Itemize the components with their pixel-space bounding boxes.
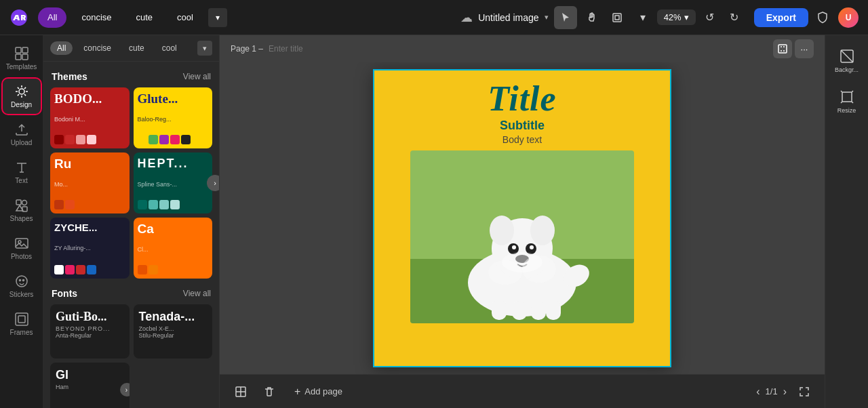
theme-title-zyche: ZYCHE... xyxy=(54,222,125,233)
theme-card-ca[interactable]: Ca Cl... xyxy=(134,218,213,279)
sidebar-item-design[interactable]: Design xyxy=(3,79,41,114)
add-page-button[interactable]: + Add page xyxy=(288,383,349,401)
logo[interactable] xyxy=(8,7,30,28)
filter-cool[interactable]: cool xyxy=(167,7,203,28)
page-title-input[interactable] xyxy=(269,44,370,54)
font-card-2[interactable]: Tenada-... Zocbel X-E... Stilu-Regular xyxy=(134,304,213,359)
font-sub1-1: BEYOND PRO... xyxy=(56,325,124,332)
zoom-control[interactable]: 42% ▾ xyxy=(657,9,696,25)
sidebar-label-text: Text xyxy=(15,177,27,184)
frame-tool[interactable] xyxy=(606,6,629,29)
canvas-area: Page 1 – ··· Title Subtitle Bod xyxy=(220,35,825,408)
design-canvas[interactable]: Title Subtitle Body text xyxy=(373,69,671,367)
theme-card-zyche[interactable]: ZYCHE... ZY Alluring-... xyxy=(50,218,130,279)
themes-next-arrow[interactable]: › xyxy=(207,175,220,191)
svg-rect-32 xyxy=(546,300,561,320)
doc-title-chevron[interactable]: ▾ xyxy=(545,13,549,22)
frame-dropdown[interactable]: ▾ xyxy=(631,6,654,29)
svg-rect-16 xyxy=(18,316,25,323)
panel-filter-concise[interactable]: concise xyxy=(77,41,118,55)
sidebar-label-design: Design xyxy=(11,101,32,108)
filter-cute[interactable]: cute xyxy=(127,7,163,28)
theme-card-bodoni[interactable]: BODO... Bodoni M... xyxy=(50,87,130,148)
canvas-toolbar: Page 1 – ··· xyxy=(220,35,825,62)
panel-filter-cool[interactable]: cool xyxy=(155,41,184,55)
sidebar-item-shapes[interactable]: Shapes xyxy=(3,192,41,228)
theme-card-ru[interactable]: Ru Mo... xyxy=(50,152,130,213)
theme-sub-hept: Spline Sans-... xyxy=(138,181,209,188)
expand-button[interactable] xyxy=(795,382,814,401)
themes-grid: BODO... Bodoni M... Glute... Baloo-Reg..… xyxy=(43,87,219,279)
theme-title-ru: Ru xyxy=(54,157,125,171)
right-panel-background[interactable]: Backgr... xyxy=(828,43,866,79)
theme-sub-bodoni: Bodoni M... xyxy=(54,116,125,123)
document-title[interactable]: Untitled image xyxy=(478,12,539,23)
panel-filter-cute[interactable]: cute xyxy=(122,41,151,55)
svg-point-13 xyxy=(19,280,20,281)
main-area: Templates Design Upload Text xyxy=(0,35,868,408)
theme-card-gluten[interactable]: Glute... Baloo-Reg... xyxy=(134,87,213,148)
shield-icon-button[interactable] xyxy=(811,6,834,29)
canvas-more-btn[interactable]: ··· xyxy=(795,39,814,58)
canvas-resize-btn[interactable] xyxy=(773,39,792,58)
undo-redo-group: ↺ ↻ xyxy=(698,6,746,29)
font-card-3[interactable]: Gl Ham › xyxy=(50,363,130,408)
font-title-2: Tenada-... xyxy=(139,310,208,324)
panel-filter-more[interactable]: ▾ xyxy=(197,41,212,56)
fonts-grid: Guti-Bo... BEYOND PRO... Anta-Regular Te… xyxy=(43,304,219,408)
panel-filter-bar: All concise cute cool ▾ xyxy=(43,35,219,62)
font-sub1-3: Ham xyxy=(56,384,124,390)
hand-tool[interactable] xyxy=(580,6,603,29)
delete-btn[interactable] xyxy=(259,382,279,402)
sidebar-item-upload[interactable]: Upload xyxy=(3,117,41,152)
themes-view-all[interactable]: View all xyxy=(183,72,211,81)
avatar-initials: U xyxy=(838,7,859,28)
sidebar-label-templates: Templates xyxy=(6,63,37,70)
theme-title-gluten: Glute... xyxy=(138,91,209,106)
page-navigation: ‹ 1/1 › xyxy=(756,386,787,398)
sidebar-label-shapes: Shapes xyxy=(10,215,33,222)
filter-more-dropdown[interactable]: ▾ xyxy=(208,8,227,27)
page-prev-btn[interactable]: ‹ xyxy=(756,386,760,398)
theme-colors-ca xyxy=(138,265,209,274)
filter-concise[interactable]: concise xyxy=(72,7,121,28)
svg-point-26 xyxy=(512,245,516,249)
sidebar-item-templates[interactable]: Templates xyxy=(3,41,41,76)
canvas-image xyxy=(410,150,634,323)
svg-rect-31 xyxy=(531,301,546,320)
select-tool[interactable] xyxy=(554,6,577,29)
theme-colors-ru xyxy=(54,200,125,209)
sidebar-item-frames[interactable]: Frames xyxy=(3,306,41,342)
sidebar-item-stickers[interactable]: Stickers xyxy=(3,268,41,304)
page-next-btn[interactable]: › xyxy=(783,386,787,398)
svg-rect-0 xyxy=(613,14,621,22)
theme-sub-ca: Cl... xyxy=(138,246,209,253)
fonts-next-arrow[interactable]: › xyxy=(120,383,130,396)
font-card-1[interactable]: Guti-Bo... BEYOND PRO... Anta-Regular xyxy=(50,304,130,359)
theme-colors-gluten xyxy=(138,135,209,144)
user-avatar[interactable]: U xyxy=(837,6,860,29)
theme-card-hept[interactable]: HEPT... Spline Sans-... xyxy=(134,152,213,213)
redo-button[interactable]: ↻ xyxy=(723,6,746,29)
sidebar-item-text[interactable]: Text xyxy=(3,155,41,190)
fonts-view-all[interactable]: View all xyxy=(183,289,211,298)
panel-filter-all[interactable]: All xyxy=(50,41,73,55)
add-page-icon: + xyxy=(294,386,300,398)
svg-rect-17 xyxy=(778,45,787,53)
filter-all[interactable]: All xyxy=(38,7,66,28)
grid-view-btn[interactable] xyxy=(231,382,251,402)
canvas-action-buttons: ··· xyxy=(773,39,814,58)
export-button[interactable]: Export xyxy=(754,8,808,27)
svg-rect-1 xyxy=(615,16,619,20)
svg-point-23 xyxy=(530,216,555,245)
toolbar-tools: ▾ 42% ▾ ↺ ↻ Export U xyxy=(554,6,860,29)
sidebar-item-photos[interactable]: Photos xyxy=(3,230,41,266)
top-toolbar: All concise cute cool ▾ ☁ Untitled image… xyxy=(0,0,868,35)
themes-title: Themes xyxy=(52,71,87,82)
svg-rect-15 xyxy=(16,313,28,325)
canvas-subtitle: Subtitle xyxy=(374,119,670,133)
right-panel-resize[interactable]: Resize xyxy=(828,84,866,119)
undo-button[interactable]: ↺ xyxy=(698,6,722,29)
font-title-3: Gl xyxy=(56,368,124,382)
svg-point-8 xyxy=(22,201,26,205)
